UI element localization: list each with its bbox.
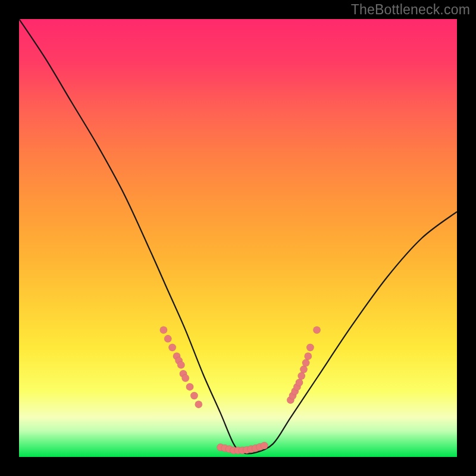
data-point — [300, 366, 307, 373]
data-point — [164, 335, 171, 342]
data-point — [261, 442, 268, 449]
data-point — [168, 344, 176, 351]
data-point — [160, 326, 167, 333]
data-point — [305, 353, 312, 360]
data-point — [302, 359, 309, 367]
curve-layer — [19, 19, 457, 453]
data-point — [313, 326, 320, 333]
data-point — [177, 361, 184, 368]
data-point — [296, 379, 303, 386]
data-point — [190, 392, 198, 399]
watermark-text: TheBottleneck.com — [351, 2, 470, 18]
right-cluster — [287, 326, 321, 403]
data-point — [306, 344, 314, 351]
data-point — [298, 372, 305, 380]
bottom-cluster — [217, 442, 268, 455]
data-point — [186, 383, 193, 390]
data-point — [195, 401, 202, 408]
left-cluster — [160, 326, 202, 408]
bottleneck-curve — [19, 19, 457, 453]
outer-frame: TheBottleneck.com — [0, 0, 476, 476]
plot-area — [19, 19, 457, 457]
data-point — [182, 374, 189, 381]
chart-svg — [19, 19, 457, 457]
